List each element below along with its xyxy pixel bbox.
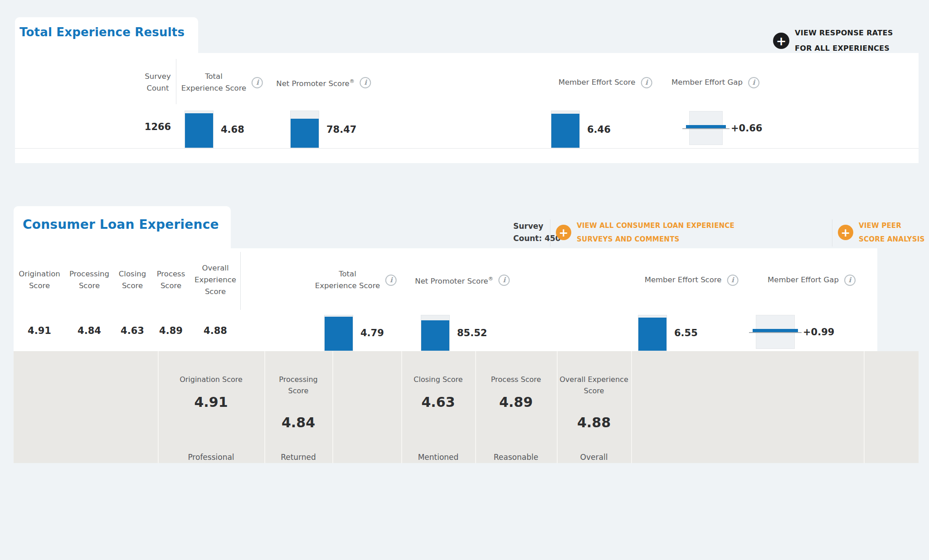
net-promoter-score-value: 78.47 [326,124,356,135]
card-divider [864,351,865,463]
detail-card-value: 4.88 [557,415,631,430]
info-icon[interactable]: i [360,77,371,88]
processing-score-value: 4.84 [78,325,101,336]
gap-chart [689,111,723,145]
info-icon[interactable]: i [385,275,397,286]
member-effort-score-chart: 6.55 [638,315,698,351]
view-peer-score-analysis-link[interactable]: + VIEW PEER SCORE ANALYSIS [838,219,924,246]
detail-card-title: Closing Score [413,374,462,385]
info-icon[interactable]: i [727,275,738,286]
view-response-rates-link[interactable]: + VIEW RESPONSE RATES FOR ALL EXPERIENCE… [773,25,893,56]
total-experience-title: Total Experience Results [19,25,185,39]
overall-experience-score-value: 4.88 [204,325,227,336]
column-header-closing-score: Closing Score [119,256,146,304]
detail-card-partial-text: Mentioned [418,453,459,462]
plus-icon: + [556,225,571,240]
detail-card-title: Processing Score [279,374,317,396]
total-experience-score-value: 4.68 [221,124,244,135]
detail-card-title: Origination Score [180,374,243,385]
consumer-loan-data-row: 4.91 4.84 4.63 4.89 4.88 4.79 85.52 [14,310,877,351]
info-icon[interactable]: i [748,77,759,88]
info-icon[interactable]: i [252,77,263,88]
info-icon[interactable]: i [499,275,510,286]
view-peer-score-analysis-label: VIEW PEER SCORE ANALYSIS [859,219,924,246]
total-experience-score-value: 4.79 [360,328,384,338]
plus-icon: + [838,225,853,240]
bar-chart [185,111,214,148]
detail-card-partial-text: Returned [281,453,316,462]
total-experience-panel: Survey Count Total Experience Score i Ne… [15,53,919,163]
column-header-overall-experience-score: Overall Experience Score [195,256,236,304]
column-header-member-effort-gap: Member Effort Gap i [671,64,759,101]
consumer-loan-panel: Origination Score Processing Score Closi… [14,248,877,351]
gap-value-line [686,125,726,128]
process-score-value: 4.89 [159,325,183,336]
column-header-net-promoter-score: Net Promoter Score® i [415,262,510,298]
bar-chart [324,315,353,351]
bar-chart [551,111,580,148]
detail-card-partial-text: Professional [188,453,234,462]
bar-chart [290,111,319,148]
info-icon[interactable]: i [641,77,652,88]
bar-chart [638,315,667,351]
detail-card-title: Overall Experience Score [559,374,628,396]
column-header-survey-count: Survey Count [145,64,170,101]
consumer-loan-tab: Consumer Loan Experience [14,206,231,248]
member-effort-gap-chart: +0.66 [689,111,762,145]
view-all-surveys-link[interactable]: + VIEW ALL CONSUMER LOAN EXPERIENCE SURV… [556,219,734,246]
column-header-total-experience-score: Total Experience Score i [181,64,263,101]
header-divider [176,59,176,104]
column-header-member-effort-score: Member Effort Score i [559,64,652,101]
survey-count-value: 1266 [145,121,171,132]
gap-reference-line [682,128,730,129]
view-all-surveys-label: VIEW ALL CONSUMER LOAN EXPERIENCE SURVEY… [577,219,734,246]
column-header-process-score: Process Score [157,256,185,304]
column-header-member-effort-gap: Member Effort Gap i [768,262,856,298]
detail-card-process: Process Score 4.89 Reasonable [475,351,557,463]
bar-chart [421,315,450,351]
detail-card-processing: Processing Score 4.84 Returned [264,351,332,463]
column-header-net-promoter-score: Net Promoter Score® i [276,64,371,101]
detail-card-origination: Origination Score 4.91 Professional [158,351,264,463]
net-promoter-score-value: 85.52 [457,328,487,338]
member-effort-score-value: 6.55 [674,328,698,338]
links-divider [832,219,832,246]
consumer-loan-survey-count: Survey Count: 450 [513,220,561,245]
column-header-origination-score: Origination Score [19,256,60,304]
view-response-rates-label: VIEW RESPONSE RATES FOR ALL EXPERIENCES [795,25,893,56]
card-divider [332,351,333,463]
card-divider [631,351,632,463]
total-experience-tab: Total Experience Results [15,17,198,53]
member-effort-gap-value: +0.99 [803,327,834,338]
consumer-loan-title: Consumer Loan Experience [23,217,219,232]
member-effort-score-chart: 6.46 [551,111,611,148]
detail-card-closing: Closing Score 4.63 Mentioned [401,351,475,463]
detail-card-value: 4.63 [401,394,475,410]
member-effort-gap-chart: +0.99 [756,315,834,349]
column-header-total-experience-score: Total Experience Score i [315,262,397,298]
net-promoter-score-chart: 85.52 [421,315,487,351]
gap-chart [756,315,795,349]
links-divider [550,219,550,246]
column-header-member-effort-score: Member Effort Score i [645,262,739,298]
detail-card-partial-text: Reasonable [494,453,538,462]
detail-card-partial-text: Overall [580,453,608,462]
member-effort-score-value: 6.46 [587,124,611,135]
total-experience-score-chart: 4.68 [185,111,244,148]
plus-icon: + [773,33,789,49]
gap-value-line [753,329,798,332]
detail-card-title: Process Score [491,374,541,385]
detail-scores-scroll-region[interactable]: Origination Score 4.91 Professional Proc… [14,351,919,463]
column-header-processing-score: Processing Score [69,256,109,304]
origination-score-value: 4.91 [28,325,51,336]
total-experience-data-row: 1266 4.68 78.47 6.46 [15,104,919,149]
survey-dashboard: Total Experience Results + VIEW RESPONSE… [0,0,929,560]
detail-card-overall-experience: Overall Experience Score 4.88 Overall [557,351,631,463]
total-experience-score-chart: 4.79 [324,315,384,351]
header-divider [240,252,241,310]
detail-card-value: 4.91 [158,394,264,410]
detail-card-value: 4.84 [264,415,332,430]
net-promoter-score-chart: 78.47 [290,111,356,148]
info-icon[interactable]: i [844,275,856,286]
detail-card-value: 4.89 [475,394,557,410]
